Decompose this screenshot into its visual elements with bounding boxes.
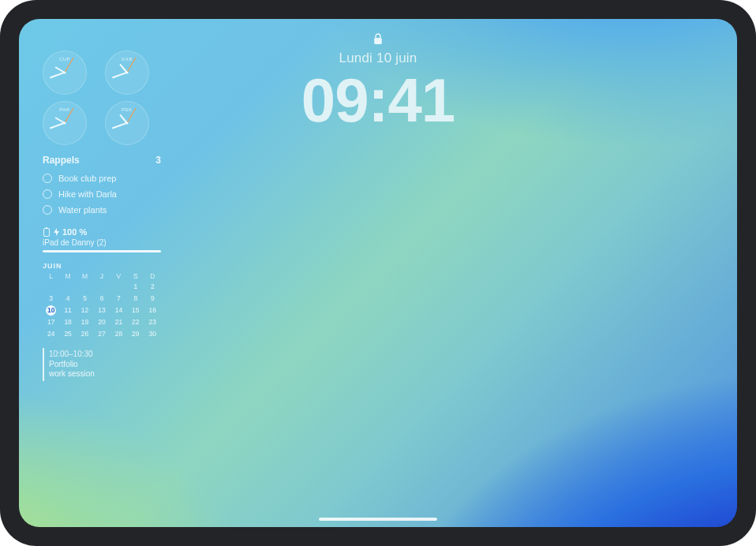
calendar-cell[interactable]: 17 <box>43 317 59 327</box>
event-time: 10:00–10:30 <box>49 350 161 360</box>
lock-icon <box>373 33 383 46</box>
calendar-cell[interactable]: 6 <box>93 294 110 303</box>
event-title-line2: work session <box>49 369 161 380</box>
calendar-cell[interactable]: 7 <box>110 294 127 303</box>
world-clock-2[interactable]: PAR <box>43 101 87 145</box>
calendar-dow: M <box>59 272 76 280</box>
calendar-cell[interactable]: 15 <box>127 305 144 315</box>
world-clock-0[interactable]: CUP <box>43 50 87 95</box>
calendar-cell[interactable]: 12 <box>77 305 93 315</box>
calendar-cell[interactable]: 14 <box>110 305 127 315</box>
calendar-cell[interactable]: 2 <box>144 282 161 291</box>
device-frame: Lundi 10 juin 09:41 CUPDXBPARPEK Rappels… <box>0 0 756 546</box>
reminder-item[interactable]: Book club prep <box>43 170 161 186</box>
calendar-cell[interactable]: 28 <box>110 329 127 338</box>
calendar-cell[interactable]: 25 <box>59 329 76 338</box>
calendar-cell[interactable]: 19 <box>77 317 93 327</box>
lock-screen[interactable]: Lundi 10 juin 09:41 CUPDXBPARPEK Rappels… <box>19 19 737 527</box>
upcoming-event[interactable]: 10:00–10:30 Portfolio work session <box>43 348 161 381</box>
calendar-cell[interactable]: 24 <box>43 329 59 338</box>
calendar-cell-blank <box>59 282 76 291</box>
calendar-cell[interactable]: 13 <box>93 305 110 315</box>
calendar-cell[interactable]: 23 <box>144 317 161 327</box>
calendar-cell[interactable]: 30 <box>144 329 161 338</box>
battery-icon <box>43 227 51 237</box>
svg-rect-1 <box>44 229 50 237</box>
world-clock-widget[interactable]: CUPDXBPARPEK <box>43 50 161 145</box>
calendar-cell[interactable]: 21 <box>110 317 127 327</box>
calendar-cell-blank <box>43 282 59 291</box>
world-clock-3[interactable]: PEK <box>105 101 149 145</box>
reminders-title: Rappels <box>43 155 80 166</box>
calendar-cell[interactable]: 26 <box>77 329 93 338</box>
calendar-dow: M <box>77 272 93 280</box>
clock-city: PAR <box>43 107 86 112</box>
calendar-widget[interactable]: JUIN LMMJVSD 123456789101112131415161718… <box>43 262 161 338</box>
calendar-dow: S <box>127 272 144 280</box>
reminder-checkbox[interactable] <box>43 174 52 183</box>
reminder-label: Water plants <box>58 205 107 215</box>
widget-column: CUPDXBPARPEK Rappels 3 Book club prepHik… <box>43 50 161 381</box>
reminder-label: Hike with Darla <box>58 189 117 199</box>
calendar-cell[interactable]: 20 <box>93 317 110 327</box>
calendar-dow: J <box>93 272 110 280</box>
calendar-cell-blank <box>77 282 93 291</box>
calendar-cell[interactable]: 27 <box>93 329 110 338</box>
calendar-cell[interactable]: 16 <box>144 305 161 315</box>
calendar-cell[interactable]: 5 <box>77 294 93 303</box>
reminder-checkbox[interactable] <box>43 205 52 215</box>
home-indicator[interactable] <box>319 518 437 521</box>
calendar-cell[interactable]: 9 <box>144 294 161 303</box>
event-title-line1: Portfolio <box>49 360 161 370</box>
reminder-item[interactable]: Water plants <box>43 202 161 218</box>
world-clock-1[interactable]: DXB <box>105 50 149 95</box>
calendar-month: JUIN <box>43 262 161 270</box>
calendar-cell[interactable]: 8 <box>127 294 144 303</box>
battery-percent: 100 % <box>62 227 87 237</box>
calendar-dow: L <box>43 272 59 280</box>
clock-city: PEK <box>106 107 148 112</box>
calendar-dow: D <box>144 272 161 280</box>
calendar-cell-blank <box>110 282 127 291</box>
calendar-cell[interactable]: 29 <box>127 329 144 338</box>
reminder-item[interactable]: Hike with Darla <box>43 186 161 202</box>
clock-city: CUP <box>43 57 86 62</box>
reminder-label: Book club prep <box>58 174 116 183</box>
calendar-cell[interactable]: 18 <box>59 317 76 327</box>
battery-bar <box>43 250 161 252</box>
calendar-cell-today[interactable]: 10 <box>43 305 59 315</box>
battery-widget[interactable]: 100 % iPad de Danny (2) <box>43 227 161 252</box>
charging-icon <box>54 228 59 236</box>
calendar-dow: V <box>110 272 127 280</box>
calendar-cell[interactable]: 1 <box>127 282 144 291</box>
calendar-cell[interactable]: 11 <box>59 305 76 315</box>
calendar-cell[interactable]: 22 <box>127 317 144 327</box>
calendar-cell[interactable]: 3 <box>43 294 59 303</box>
reminder-checkbox[interactable] <box>43 189 52 199</box>
svg-rect-0 <box>374 38 382 44</box>
reminders-widget[interactable]: Rappels 3 Book club prepHike with DarlaW… <box>43 155 161 218</box>
calendar-cell[interactable]: 4 <box>59 294 76 303</box>
calendar-cell-blank <box>93 282 110 291</box>
clock-city: DXB <box>106 57 148 62</box>
battery-device-name: iPad de Danny (2) <box>43 238 161 247</box>
reminders-count: 3 <box>155 155 161 166</box>
svg-rect-2 <box>46 227 47 229</box>
